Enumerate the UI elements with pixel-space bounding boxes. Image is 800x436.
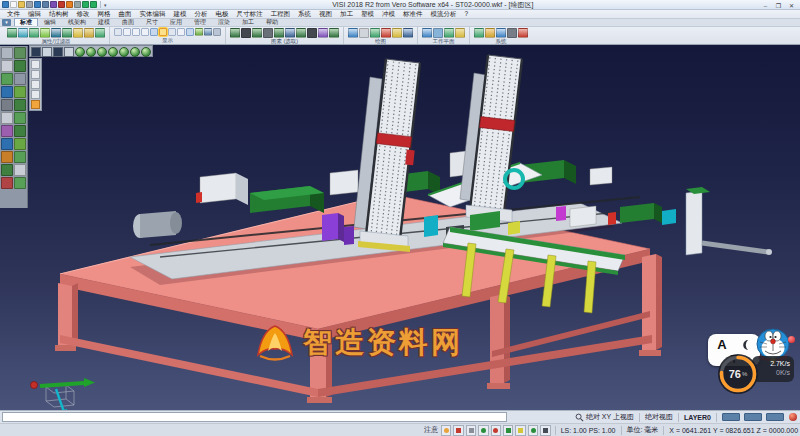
menu-analysis[interactable]: 分析 xyxy=(191,10,212,18)
menu-mesh[interactable]: 网格 xyxy=(94,10,115,18)
tab-render[interactable]: 渲染 xyxy=(212,18,236,26)
menu-modify[interactable]: 修改 xyxy=(73,10,94,18)
snap-quadrant-icon[interactable] xyxy=(515,425,525,436)
select-face-icon[interactable] xyxy=(252,28,262,38)
layer-filter-icon[interactable] xyxy=(40,28,50,38)
tab-surface[interactable]: 曲面 xyxy=(116,18,140,26)
mask-icon[interactable] xyxy=(84,28,94,38)
color-filter-icon[interactable] xyxy=(29,28,39,38)
dock-icon[interactable] xyxy=(1,112,13,124)
cad-model[interactable] xyxy=(0,45,800,410)
snap-tangent-icon[interactable] xyxy=(503,425,513,436)
menu-electrode[interactable]: 电极 xyxy=(212,10,233,18)
tab-modeling[interactable]: 建模 xyxy=(92,18,116,26)
zoom-previous-icon[interactable] xyxy=(130,47,140,57)
dock-icon[interactable] xyxy=(1,164,13,176)
menu-dimension[interactable]: 尺寸标注 xyxy=(233,10,267,18)
dock-icon[interactable] xyxy=(14,60,26,72)
grid-icon[interactable] xyxy=(540,425,550,436)
tab-dimension[interactable]: 尺寸 xyxy=(140,18,164,26)
tab-standard[interactable]: 标准 xyxy=(14,18,38,26)
search-icon[interactable] xyxy=(575,413,584,422)
menu-standard-parts[interactable]: 标准件 xyxy=(399,10,427,18)
pan-view-icon[interactable] xyxy=(97,47,107,57)
zoom-window-icon[interactable] xyxy=(204,28,212,36)
menu-surface[interactable]: 曲面 xyxy=(115,10,136,18)
plane-toggle-icon[interactable] xyxy=(31,80,40,89)
redo-icon[interactable] xyxy=(66,1,73,8)
menu-machining[interactable]: 加工 xyxy=(336,10,357,18)
arc-tool-icon[interactable] xyxy=(381,28,391,38)
dock-icon[interactable] xyxy=(14,99,26,111)
hidden-line-view-icon[interactable] xyxy=(123,28,131,36)
highlight-filter-icon[interactable] xyxy=(73,28,83,38)
attribute-icon[interactable] xyxy=(7,28,17,38)
workplane-entity-icon[interactable] xyxy=(444,28,454,38)
line-tool-icon[interactable] xyxy=(348,28,358,38)
info-icon[interactable] xyxy=(496,28,506,38)
menu-view[interactable]: 视图 xyxy=(315,10,336,18)
dock-icon[interactable] xyxy=(1,86,13,98)
lineweight-swatch-button[interactable] xyxy=(766,413,784,421)
draft-view-icon[interactable] xyxy=(177,28,185,36)
dock-icon[interactable] xyxy=(14,125,26,137)
side-view-icon[interactable] xyxy=(64,47,74,57)
tab-wireframe[interactable]: 线架构 xyxy=(62,18,92,26)
dynamic-view-icon[interactable] xyxy=(141,47,151,57)
dock-icon[interactable] xyxy=(1,47,13,59)
iso-view-icon[interactable] xyxy=(31,47,41,57)
tab-application[interactable]: 应用 xyxy=(164,18,188,26)
grid-toggle-icon[interactable] xyxy=(31,60,40,69)
open-folder-icon[interactable] xyxy=(18,1,25,8)
top-view-icon[interactable] xyxy=(42,47,52,57)
options-icon[interactable] xyxy=(485,28,495,38)
workplane-reset-icon[interactable] xyxy=(455,28,465,38)
front-view-icon[interactable] xyxy=(53,47,63,57)
ortho-toggle-icon[interactable] xyxy=(31,70,40,79)
dock-icon[interactable] xyxy=(14,47,26,59)
menu-edit[interactable]: 编辑 xyxy=(24,10,45,18)
menu-help[interactable]: ? xyxy=(461,10,473,18)
invert-selection-icon[interactable] xyxy=(318,28,328,38)
new-document-icon[interactable] xyxy=(10,1,17,8)
menu-progress[interactable]: 冲模 xyxy=(378,10,399,18)
menu-assembly-tree[interactable]: 结构树 xyxy=(45,10,73,18)
menu-flow-analysis[interactable]: 模流分析 xyxy=(427,10,461,18)
snap-endpoint-icon[interactable] xyxy=(453,425,463,436)
select-all-icon[interactable] xyxy=(95,28,105,38)
axis-toggle-icon[interactable] xyxy=(31,90,40,99)
maximize-button[interactable]: ❐ xyxy=(772,1,785,9)
settings-icon[interactable] xyxy=(474,28,484,38)
filter-icon[interactable] xyxy=(18,28,28,38)
tab-dropdown-icon[interactable]: ▾ xyxy=(2,19,11,26)
rotate-view-icon[interactable] xyxy=(86,47,96,57)
dock-icon[interactable] xyxy=(14,112,26,124)
save-icon[interactable] xyxy=(34,1,41,8)
circle-tool-icon[interactable] xyxy=(370,28,380,38)
layer-indicator[interactable]: LAYER0 xyxy=(682,414,713,421)
menu-drawing[interactable]: 工程图 xyxy=(267,10,295,18)
select-box-icon[interactable] xyxy=(285,28,295,38)
snap-center-icon[interactable] xyxy=(478,425,488,436)
entity-filter-icon[interactable] xyxy=(62,28,72,38)
workplane-indicator[interactable]: 绝对 XY 上视图 xyxy=(584,412,636,422)
select-polygon-icon[interactable] xyxy=(296,28,306,38)
shaded-view-icon[interactable] xyxy=(132,28,140,36)
redraw-icon[interactable] xyxy=(213,28,221,36)
transparency-icon[interactable] xyxy=(150,28,158,36)
dock-icon[interactable] xyxy=(1,138,13,150)
select-body-icon[interactable] xyxy=(263,28,273,38)
point-tool-icon[interactable] xyxy=(359,28,369,38)
dock-icon[interactable] xyxy=(1,60,13,72)
redo-arrow-icon[interactable] xyxy=(90,1,97,8)
snap-midpoint-icon[interactable] xyxy=(466,425,476,436)
section-view-icon[interactable] xyxy=(186,28,194,36)
type-filter-icon[interactable] xyxy=(51,28,61,38)
dock-icon[interactable] xyxy=(14,151,26,163)
linetype-swatch-button[interactable] xyxy=(744,413,762,421)
select-chain-icon[interactable] xyxy=(241,28,251,38)
measure-icon[interactable] xyxy=(507,28,517,38)
rectangle-tool-icon[interactable] xyxy=(392,28,402,38)
snap-intersection-icon[interactable] xyxy=(491,425,501,436)
select-visible-icon[interactable] xyxy=(329,28,339,38)
